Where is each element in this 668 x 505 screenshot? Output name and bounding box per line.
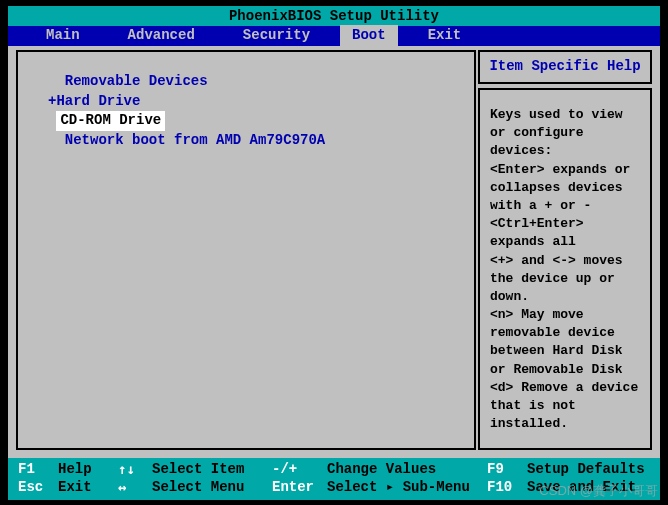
label-select-item: Select Item [152,461,272,479]
label-change-values: Change Values [327,461,487,479]
boot-order-panel: Removable Devices +Hard Drive CD-ROM Dri… [16,50,476,450]
boot-item-network[interactable]: Network boot from AMD Am79C970A [48,131,474,151]
watermark: CSDN @龚子小哥哥 [539,483,658,499]
tab-main[interactable]: Main [28,25,98,47]
label-exit: Exit [58,479,118,497]
label-setup-defaults: Setup Defaults [527,461,660,479]
tab-security[interactable]: Security [225,25,328,47]
label-help: Help [58,461,118,479]
key-enter: Enter [272,479,327,497]
tab-exit[interactable]: Exit [410,25,480,47]
label-select-menu: Select Menu [152,479,272,497]
tab-boot[interactable]: Boot [340,25,398,47]
key-leftright: ↔ [118,479,152,497]
tab-advanced[interactable]: Advanced [110,25,213,47]
boot-item-hard-drive[interactable]: +Hard Drive [48,92,474,112]
title-bar: PhoenixBIOS Setup Utility [8,6,660,26]
bios-window: PhoenixBIOS Setup Utility Main Advanced … [8,6,660,500]
key-esc: Esc [18,479,58,497]
key-f1: F1 [18,461,58,479]
boot-item-cdrom[interactable]: CD-ROM Drive [56,111,165,131]
tab-row: Main Advanced Security Boot Exit [8,26,660,46]
key-f10: F10 [487,479,527,497]
key-f9: F9 [487,461,527,479]
boot-item-removable[interactable]: Removable Devices [48,72,474,92]
help-title: Item Specific Help [489,58,640,74]
help-text: Keys used to view or configure devices: … [490,106,642,433]
help-title-panel: Item Specific Help [478,50,652,84]
label-select-submenu: Select ▸ Sub-Menu [327,479,487,497]
key-plusminus: -/+ [272,461,327,479]
key-updown: ↑↓ [118,461,152,479]
title-text: PhoenixBIOS Setup Utility [229,8,439,24]
body: Removable Devices +Hard Drive CD-ROM Dri… [8,46,660,458]
help-body-panel: Keys used to view or configure devices: … [478,88,652,450]
